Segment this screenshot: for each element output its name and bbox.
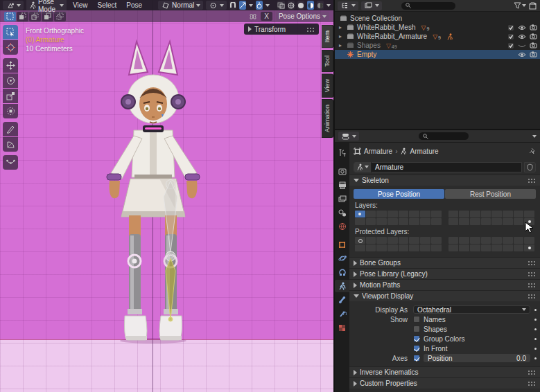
bone-layer-cell[interactable] xyxy=(470,211,480,217)
drag-handle-icon[interactable] xyxy=(528,260,536,265)
tool-transform[interactable] xyxy=(3,104,18,118)
axes-position-slider[interactable]: Position 0.0 xyxy=(424,354,530,362)
panel-inverse-kinematics-header[interactable]: Inverse Kinematics xyxy=(349,366,540,377)
animate-property-dot[interactable] xyxy=(534,328,537,330)
chevron-down-icon[interactable] xyxy=(532,135,537,138)
properties-editor-type-dropdown[interactable] xyxy=(338,132,359,141)
group-colors-checkbox[interactable] xyxy=(413,335,420,342)
shapes-checkbox[interactable] xyxy=(413,326,420,332)
bone-layer-cell[interactable] xyxy=(448,244,459,251)
tab-world-properties[interactable] xyxy=(335,220,349,233)
disable-render-camera-icon[interactable] xyxy=(530,42,537,48)
outliner-row-whiterabbit-mesh[interactable]: ▸ WhiteRabbit_Mesh ▽9 xyxy=(335,23,540,32)
editor-type-dropdown[interactable] xyxy=(3,1,24,10)
bone-layer-cell[interactable] xyxy=(491,244,502,251)
bone-layer-cell[interactable] xyxy=(481,211,491,217)
new-collection-button[interactable] xyxy=(529,2,537,10)
bone-layer-cell[interactable] xyxy=(503,211,513,217)
display-as-dropdown[interactable]: Octahedral xyxy=(413,305,530,314)
panel-bone-groups-header[interactable]: Bone Groups xyxy=(349,257,540,268)
breadcrumb-object[interactable]: Armature xyxy=(364,148,392,155)
transform-orientation-dropdown[interactable]: Normal xyxy=(158,1,203,10)
expand-arrow-icon[interactable]: ▸ xyxy=(339,42,346,48)
expand-arrow-icon[interactable]: ▸ xyxy=(339,33,346,39)
disable-render-camera-icon[interactable] xyxy=(530,33,537,39)
bone-layer-cell[interactable] xyxy=(399,211,409,217)
tab-bone-properties[interactable] xyxy=(335,294,349,306)
bone-layer-cell[interactable] xyxy=(387,237,398,244)
bone-layer-cell[interactable] xyxy=(524,237,534,244)
panel-pose-library-header[interactable]: Pose Library (Legacy) xyxy=(349,268,540,279)
tool-annotate[interactable] xyxy=(3,122,18,136)
bone-layer-cell[interactable] xyxy=(459,211,469,217)
axes-checkbox[interactable] xyxy=(413,355,420,362)
tool-pose-breakdowner[interactable] xyxy=(3,155,18,170)
bone-layer-cell[interactable] xyxy=(387,211,398,217)
pivot-point-dropdown[interactable] xyxy=(206,1,227,10)
animate-property-dot[interactable] xyxy=(534,309,537,311)
bone-layer-cell[interactable] xyxy=(376,211,387,217)
bone-layer-cell[interactable] xyxy=(491,211,502,217)
tab-item[interactable]: Item xyxy=(322,25,333,48)
bone-layer-cell[interactable] xyxy=(355,211,365,217)
animate-property-dot[interactable] xyxy=(534,357,537,359)
panel-custom-properties-header[interactable]: Custom Properties xyxy=(349,377,540,389)
shading-wireframe-button[interactable] xyxy=(288,1,295,10)
properties-search-input[interactable] xyxy=(419,132,469,140)
bone-layer-cell[interactable] xyxy=(431,244,442,251)
bone-layer-cell[interactable] xyxy=(503,244,513,251)
selectable-checkbox[interactable] xyxy=(507,42,514,49)
bone-layer-cell[interactable] xyxy=(431,218,442,225)
mode-dropdown[interactable]: Pose Mode xyxy=(26,0,67,14)
outliner-filter-dropdown[interactable] xyxy=(514,2,526,9)
drag-handle-icon[interactable] xyxy=(528,178,536,183)
drag-handle-icon[interactable] xyxy=(528,283,536,287)
drag-handle-icon[interactable] xyxy=(306,27,315,32)
3d-viewport[interactable]: Front Orthographic (0) Armature 10 Centi… xyxy=(0,0,333,392)
select-mode-set[interactable] xyxy=(4,12,16,21)
bone-layer-cell[interactable] xyxy=(514,244,524,251)
bone-layer-cell[interactable] xyxy=(491,218,502,225)
tab-object-properties[interactable] xyxy=(335,238,349,251)
tab-output-properties[interactable] xyxy=(335,179,349,191)
bone-layer-cell[interactable] xyxy=(514,237,524,244)
tool-move[interactable] xyxy=(3,58,18,73)
pose-position-button[interactable]: Pose Position xyxy=(354,189,444,199)
bone-layer-cell[interactable] xyxy=(481,237,491,244)
bone-layer-cell[interactable] xyxy=(355,218,365,225)
pose-options-dropdown[interactable]: Pose Options xyxy=(276,12,329,21)
panel-motion-paths-header[interactable]: Motion Paths xyxy=(349,279,540,290)
transform-panel-header[interactable]: Transform xyxy=(244,24,319,35)
tab-view[interactable]: View xyxy=(322,73,333,98)
outliner-row-empty[interactable]: Empty xyxy=(335,50,540,59)
outliner-row-scene-collection[interactable]: Scene Collection xyxy=(335,14,540,23)
rest-position-button[interactable]: Rest Position xyxy=(445,189,536,199)
bone-layer-cell[interactable] xyxy=(481,218,491,225)
hide-viewport-eye-closed-icon[interactable] xyxy=(518,43,526,48)
drag-handle-icon[interactable] xyxy=(528,381,536,386)
bone-layer-cell[interactable] xyxy=(420,237,430,244)
tab-tool-properties[interactable] xyxy=(335,147,349,159)
tab-tool[interactable]: Tool xyxy=(322,50,333,73)
tool-scale[interactable] xyxy=(3,89,18,103)
bone-layer-cell[interactable] xyxy=(399,218,409,225)
snapping-toggle[interactable] xyxy=(229,1,236,10)
bone-layer-cell[interactable] xyxy=(470,237,480,244)
shading-solid-button[interactable] xyxy=(297,1,304,10)
outliner-row-whiterabbit-armature[interactable]: ▸ WhiteRabbit_Armature ▽9 xyxy=(335,32,540,41)
drag-handle-icon[interactable] xyxy=(528,370,536,375)
pin-icon[interactable] xyxy=(529,148,536,155)
shading-rendered-button[interactable] xyxy=(317,1,324,10)
bone-layer-cell[interactable] xyxy=(355,244,365,251)
fake-user-shield-button[interactable] xyxy=(524,162,536,172)
names-checkbox[interactable] xyxy=(413,316,420,323)
tool-select-box[interactable] xyxy=(3,25,18,39)
bone-layer-cell[interactable] xyxy=(376,244,387,251)
hide-viewport-eye-icon[interactable] xyxy=(518,25,526,30)
bone-layer-cell[interactable] xyxy=(355,237,365,244)
armature-name-field[interactable]: Armature xyxy=(354,162,522,172)
bone-layer-cell[interactable] xyxy=(409,244,419,251)
bone-layer-cell[interactable] xyxy=(376,218,387,225)
tab-bone-constraint-properties[interactable] xyxy=(335,308,349,320)
drag-handle-icon[interactable] xyxy=(528,271,536,276)
